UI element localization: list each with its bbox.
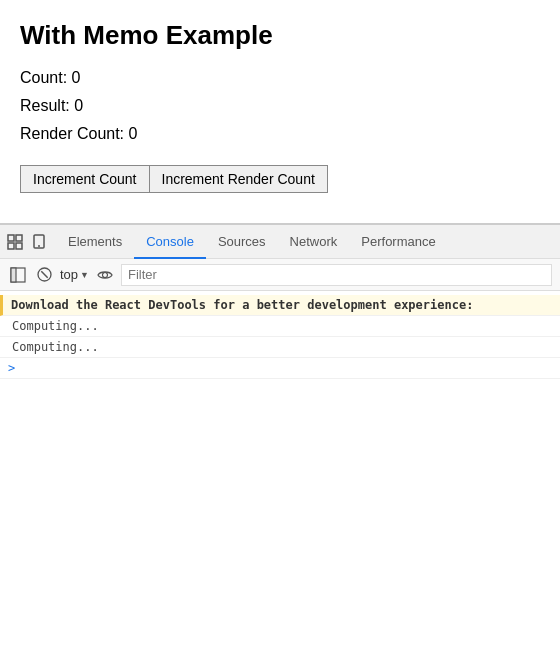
console-prompt-row[interactable]: > [0, 358, 560, 379]
result-display: Result: 0 [20, 97, 540, 115]
device-toolbar-icon[interactable] [28, 231, 50, 253]
chevron-down-icon: ▼ [80, 270, 89, 280]
eye-icon[interactable] [95, 265, 115, 285]
console-log-row-2: Computing... [0, 337, 560, 358]
context-selector[interactable]: top ▼ [60, 267, 89, 282]
increment-count-button[interactable]: Increment Count [20, 165, 149, 193]
app-title: With Memo Example [20, 20, 540, 51]
inspect-element-icon[interactable] [4, 231, 26, 253]
console-log-row-1: Computing... [0, 316, 560, 337]
tab-network[interactable]: Network [278, 225, 350, 259]
svg-line-9 [41, 271, 47, 277]
devtools-tabs: Elements Console Sources Network Perform… [56, 225, 448, 258]
context-label: top [60, 267, 78, 282]
count-display: Count: 0 [20, 69, 540, 87]
sidebar-toggle-icon[interactable] [8, 265, 28, 285]
increment-render-count-button[interactable]: Increment Render Count [149, 165, 328, 193]
devtools-tabbar: Elements Console Sources Network Perform… [0, 225, 560, 259]
buttons-row: Increment Count Increment Render Count [20, 165, 540, 193]
tab-elements[interactable]: Elements [56, 225, 134, 259]
console-warning-text: Download the React DevTools for a better… [11, 298, 473, 312]
svg-rect-7 [11, 268, 16, 282]
console-prompt-symbol: > [8, 361, 15, 375]
console-toolbar: top ▼ [0, 259, 560, 291]
devtools-panel: Elements Console Sources Network Perform… [0, 223, 560, 491]
tab-sources[interactable]: Sources [206, 225, 278, 259]
console-log-text-2: Computing... [12, 340, 99, 354]
console-warning-row: Download the React DevTools for a better… [0, 295, 560, 316]
svg-rect-3 [16, 243, 22, 249]
render-count-display: Render Count: 0 [20, 125, 540, 143]
console-output: Download the React DevTools for a better… [0, 291, 560, 491]
console-log-text-1: Computing... [12, 319, 99, 333]
tab-console[interactable]: Console [134, 225, 206, 259]
svg-rect-2 [16, 235, 22, 241]
svg-rect-0 [8, 235, 14, 241]
svg-point-10 [103, 272, 108, 277]
app-container: With Memo Example Count: 0 Result: 0 Ren… [0, 0, 560, 213]
svg-rect-1 [8, 243, 14, 249]
console-filter-input[interactable] [121, 264, 552, 286]
tab-performance[interactable]: Performance [349, 225, 447, 259]
clear-console-icon[interactable] [34, 265, 54, 285]
